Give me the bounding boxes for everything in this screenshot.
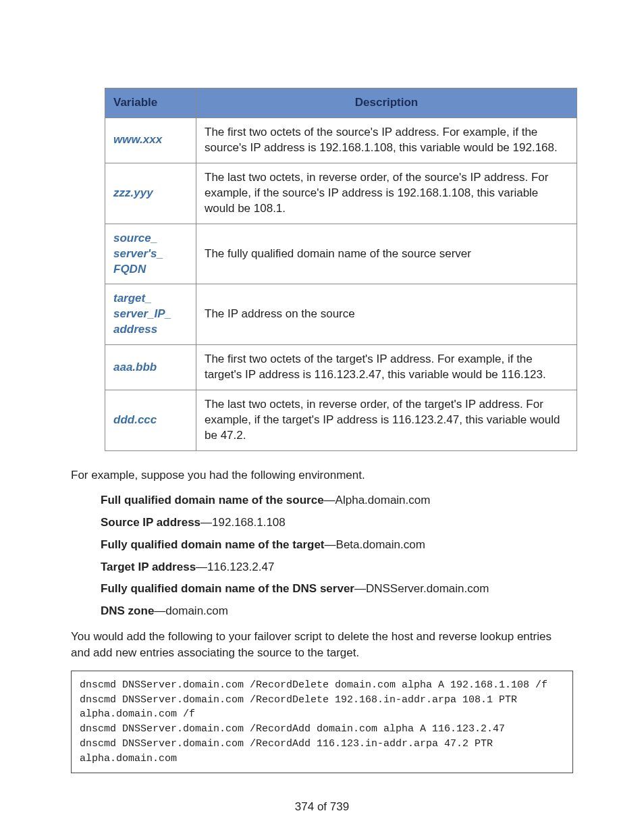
after-paragraph: You would add the following to your fail… — [71, 629, 573, 661]
env-value: —DNSServer.domain.com — [354, 582, 489, 595]
table-row: aaa.bbb The first two octets of the targ… — [105, 345, 577, 390]
env-value: —Beta.domain.com — [325, 538, 425, 551]
variables-table: Variable Description www.xxx The first t… — [105, 88, 577, 451]
var-desc: The first two octets of the source's IP … — [196, 118, 577, 163]
var-desc: The last two octets, in reverse order, o… — [196, 163, 577, 224]
table-row: target_ server_IP_ address The IP addres… — [105, 284, 577, 345]
table-row: www.xxx The first two octets of the sour… — [105, 118, 577, 163]
page-content: Variable Description www.xxx The first t… — [0, 0, 644, 834]
env-item: Full qualified domain name of the source… — [101, 493, 573, 509]
env-label: Full qualified domain name of the source — [101, 494, 324, 506]
env-value: —domain.com — [154, 604, 228, 617]
table-row: zzz.yyy The last two octets, in reverse … — [105, 163, 577, 224]
env-label: Source IP address — [101, 516, 200, 529]
env-label: Fully qualified domain name of the DNS s… — [101, 582, 354, 595]
var-name: ddd.ccc — [105, 390, 196, 451]
env-value: —192.168.1.108 — [200, 516, 286, 529]
var-name: source_ server's_ FQDN — [105, 224, 196, 284]
env-item: Fully qualified domain name of the targe… — [101, 538, 573, 553]
page-footer: 374 of 739 — [71, 800, 573, 814]
environment-list: Full qualified domain name of the source… — [101, 493, 573, 620]
env-label: Target IP address — [101, 561, 196, 573]
col-header-description: Description — [196, 88, 577, 118]
table-row: source_ server's_ FQDN The fully qualifi… — [105, 224, 577, 284]
env-item: Source IP address—192.168.1.108 — [101, 515, 573, 531]
col-header-variable: Variable — [105, 88, 196, 118]
env-item: Fully qualified domain name of the DNS s… — [101, 581, 573, 597]
intro-paragraph: For example, suppose you had the followi… — [71, 467, 573, 484]
var-name: target_ server_IP_ address — [105, 284, 196, 345]
env-item: Target IP address—116.123.2.47 — [101, 560, 573, 575]
var-desc: The first two octets of the target's IP … — [196, 345, 577, 390]
var-desc: The fully qualified domain name of the s… — [196, 224, 577, 284]
env-label: Fully qualified domain name of the targe… — [101, 538, 325, 551]
code-block: dnscmd DNSServer.domain.com /RecordDelet… — [71, 671, 573, 774]
var-name: zzz.yyy — [105, 163, 196, 224]
env-value: —Alpha.domain.com — [324, 494, 431, 506]
table-header-row: Variable Description — [105, 88, 577, 118]
env-value: —116.123.2.47 — [196, 561, 274, 573]
var-name: www.xxx — [105, 118, 196, 163]
var-desc: The IP address on the source — [196, 284, 577, 345]
env-label: DNS zone — [101, 604, 154, 617]
var-name: aaa.bbb — [105, 345, 196, 390]
table-row: ddd.ccc The last two octets, in reverse … — [105, 390, 577, 451]
env-item: DNS zone—domain.com — [101, 604, 573, 619]
var-desc: The last two octets, in reverse order, o… — [196, 390, 577, 451]
